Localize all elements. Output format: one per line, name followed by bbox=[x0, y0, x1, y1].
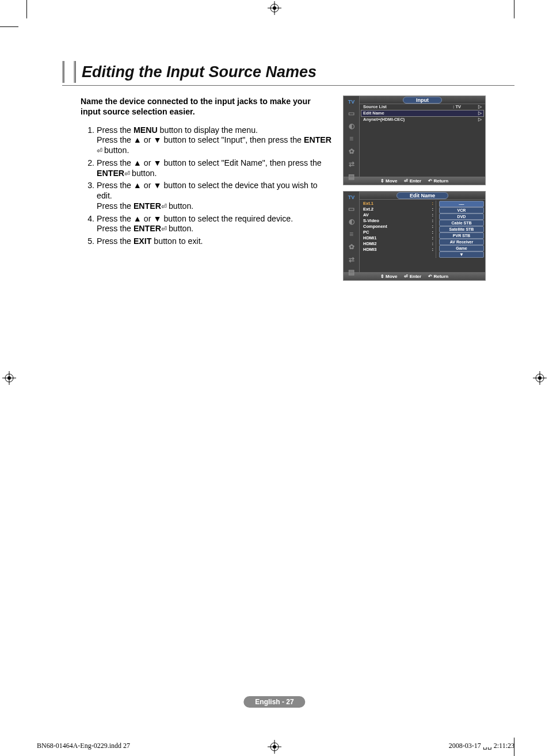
name-option[interactable]: PVR STB bbox=[439, 232, 484, 239]
name-option[interactable]: Cable STB bbox=[439, 220, 484, 226]
hint-move: ⇕ Move bbox=[380, 178, 398, 184]
step-2: Press the ▲ or ▼ button to select "Edit … bbox=[97, 158, 333, 179]
enter-icon: ⏎ bbox=[161, 225, 166, 234]
name-option[interactable]: Satellite STB bbox=[439, 226, 484, 232]
sound-icon: ◐ bbox=[347, 122, 356, 130]
footer-timestamp: 2008-03-17 ␣␣ 2:11:23 bbox=[449, 742, 514, 750]
registration-mark-bottom bbox=[268, 740, 281, 754]
osd-input-menu: TV ▭ ◐ ≡ ✿ ⇄ ▤ Input Source List: TV▷Edi… bbox=[343, 96, 486, 185]
body-content: Name the device connected to the input j… bbox=[81, 97, 333, 249]
enter-icon: ⏎ bbox=[161, 203, 166, 211]
source-item[interactable]: S-Video: bbox=[363, 218, 433, 224]
column-divider bbox=[436, 201, 437, 258]
menu-row[interactable]: Edit Name▷ bbox=[361, 110, 484, 117]
scroll-down-icon[interactable]: ▼ bbox=[439, 251, 484, 258]
input-icon: ⇄ bbox=[347, 160, 356, 168]
divider bbox=[62, 85, 514, 86]
source-item[interactable]: HDMI3: bbox=[363, 247, 433, 253]
hint-enter: ⏎ Enter bbox=[404, 178, 421, 184]
osd-footer: ⇕ Move ⏎ Enter ↶ Return bbox=[344, 272, 485, 280]
section-header: Editing the Input Source Names bbox=[62, 61, 317, 83]
setup-icon: ✿ bbox=[347, 147, 356, 155]
osd-titlebar: Edit Name bbox=[360, 192, 485, 200]
page-title: Editing the Input Source Names bbox=[82, 63, 317, 81]
application-icon: ▤ bbox=[347, 173, 356, 181]
source-item[interactable]: PC: bbox=[363, 230, 433, 235]
setup-icon: ✿ bbox=[347, 243, 356, 251]
osd-panel: Input Source List: TV▷Edit Name▷Anynet+(… bbox=[360, 96, 485, 177]
source-list: Ext.1:Ext.2:AV:S-Video:Component:PC:HDMI… bbox=[363, 201, 433, 258]
registration-mark-left bbox=[2, 371, 16, 385]
source-item[interactable]: HDMI1: bbox=[363, 235, 433, 241]
name-option[interactable]: VCR bbox=[439, 207, 484, 213]
application-icon: ▤ bbox=[347, 268, 356, 276]
picture-icon: ▭ bbox=[347, 109, 356, 117]
channel-icon: ≡ bbox=[347, 230, 356, 238]
name-option[interactable]: ---- bbox=[439, 201, 484, 207]
menu-row[interactable]: Source List: TV▷ bbox=[360, 104, 485, 110]
osd-title: Input bbox=[403, 97, 442, 104]
menu-row[interactable]: Anynet+(HDMI-CEC)▷ bbox=[360, 117, 485, 123]
step-5: Press the EXIT button to exit. bbox=[97, 236, 333, 247]
footer-filename: BN68-01464A-Eng-0229.indd 27 bbox=[37, 742, 130, 750]
input-icon: ⇄ bbox=[347, 255, 356, 264]
osd-edit-name-menu: TV ▭ ◐ ≡ ✿ ⇄ ▤ Edit Name Ext.1:Ext.2:AV:… bbox=[343, 191, 486, 281]
crop-mark bbox=[0, 26, 18, 27]
osd-mode-label: TV bbox=[344, 98, 359, 107]
osd-titlebar: Input bbox=[360, 96, 485, 104]
osd-panel: Edit Name Ext.1:Ext.2:AV:S-Video:Compone… bbox=[360, 192, 485, 272]
title-bar-icon bbox=[62, 61, 64, 83]
registration-mark-right bbox=[533, 371, 547, 385]
crop-mark bbox=[514, 0, 514, 18]
step-4: Press the ▲ or ▼ button to select the re… bbox=[97, 214, 333, 235]
channel-icon: ≡ bbox=[347, 135, 356, 143]
name-option[interactable]: Game bbox=[439, 245, 484, 251]
intro-text: Name the device connected to the input j… bbox=[81, 97, 333, 117]
step-3: Press the ▲ or ▼ button to select the de… bbox=[97, 181, 333, 211]
osd-sidebar: TV ▭ ◐ ≡ ✿ ⇄ ▤ bbox=[344, 192, 360, 272]
name-option[interactable]: AV Receiver bbox=[439, 239, 484, 245]
hint-return: ↶ Return bbox=[428, 178, 448, 184]
sound-icon: ◐ bbox=[347, 217, 356, 226]
source-item[interactable]: Component: bbox=[363, 224, 433, 230]
name-option-list: ----VCRDVDCable STBSatellite STBPVR STBA… bbox=[439, 201, 484, 258]
picture-icon: ▭ bbox=[347, 205, 356, 213]
osd-mode-label: TV bbox=[344, 194, 359, 203]
hint-move: ⇕ Move bbox=[380, 274, 398, 279]
osd-sidebar: TV ▭ ◐ ≡ ✿ ⇄ ▤ bbox=[344, 96, 360, 177]
page-number-badge: English - 27 bbox=[243, 696, 305, 708]
name-option[interactable]: DVD bbox=[439, 213, 484, 220]
osd-title: Edit Name bbox=[396, 192, 448, 199]
step-1: Press the MENU button to display the men… bbox=[97, 125, 333, 156]
title-bar-icon bbox=[74, 61, 76, 83]
hint-enter: ⏎ Enter bbox=[404, 274, 421, 279]
enter-icon: ⏎ bbox=[97, 147, 102, 155]
crop-mark bbox=[26, 0, 27, 18]
osd-footer: ⇕ Move ⏎ Enter ↶ Return bbox=[344, 177, 485, 185]
enter-icon: ⏎ bbox=[124, 170, 129, 178]
instruction-list: Press the MENU button to display the men… bbox=[81, 125, 333, 247]
hint-return: ↶ Return bbox=[428, 274, 448, 279]
registration-mark-top bbox=[268, 1, 281, 15]
source-item[interactable]: Ext.1: bbox=[363, 201, 433, 207]
source-item[interactable]: HDMI2: bbox=[363, 241, 433, 247]
source-item[interactable]: AV: bbox=[363, 212, 433, 218]
source-item[interactable]: Ext.2: bbox=[363, 207, 433, 212]
